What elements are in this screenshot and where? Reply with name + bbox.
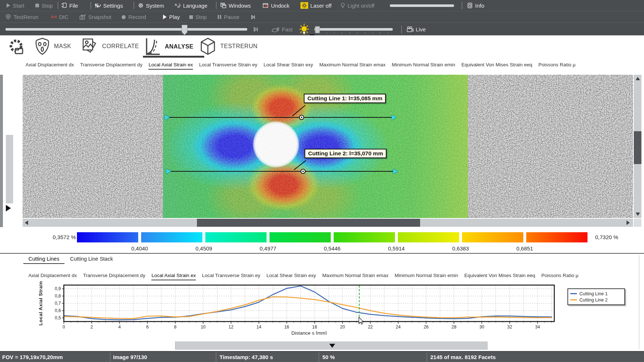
svg-text:14: 14 [256, 324, 261, 330]
file-icon [61, 3, 67, 8]
light-on-indicator[interactable] [298, 23, 310, 35]
panel-expand-arrow[interactable] [6, 205, 11, 211]
analysis-tab-local-axial-strain-ex[interactable]: Local Axial Strain ex [148, 62, 193, 70]
strain-profile-chart[interactable]: 02468101214161820222426283032340,50,60,7… [36, 279, 573, 335]
dic-button[interactable]: DIC [51, 11, 69, 23]
analysis-tab-minimum-normal-strain-emin[interactable]: Minimum Normal Strain emin [392, 62, 455, 69]
scroll-up-arrow[interactable] [636, 77, 640, 80]
cutting-line-1-label[interactable]: Cutting Line 1: l=35,085 mm [304, 94, 386, 103]
fast-toggle[interactable]: Fast [272, 24, 292, 35]
legend-item: Cutting Line 2 [570, 297, 622, 303]
svg-text:c: c [180, 4, 181, 7]
analysis-tab-local-transverse-strain-ey[interactable]: Local Transverse Strain ey [202, 273, 260, 280]
file-menu[interactable]: File [61, 0, 78, 11]
stop-icon [35, 3, 39, 8]
snapshot-button[interactable]: Snapshot [79, 11, 111, 23]
analysis-tab-axial-displacement-dx[interactable]: Axial Displacement dx [28, 273, 77, 280]
analysis-tab-maximum-normal-strain-emax[interactable]: Maximum Normal Strain emax [322, 273, 389, 280]
image-vscrollbar[interactable] [634, 75, 641, 218]
testrerun-button[interactable]: TestRerun [5, 11, 38, 23]
analysis-tab-transverse-displacement-dy[interactable]: Transverse Displacement dy [83, 273, 146, 280]
svg-text:2: 2 [90, 324, 93, 330]
analysis-tab-axial-displacement-dx[interactable]: Axial Displacement dx [26, 62, 74, 69]
analysis-tab-equivalent-von-mises-strain-eeq[interactable]: Equivalent Von Mises Strain eeq [461, 62, 532, 69]
analysis-tab-local-shear-strain-exy[interactable]: Local Shear Strain exy [267, 273, 316, 280]
image-hscrollbar[interactable] [23, 219, 633, 227]
svg-text:0: 0 [63, 324, 65, 330]
scroll-left-arrow[interactable] [25, 221, 28, 225]
svg-text:24: 24 [396, 324, 401, 330]
analysis-tab-poissons-ratio-[interactable]: Poissons Ratio µ [542, 273, 579, 280]
speed-slider[interactable] [314, 28, 393, 31]
testrerun-label: TESTRERUN [220, 43, 257, 50]
cutting-line-2-midpoint[interactable] [300, 169, 306, 174]
stop-button[interactable]: Stop [35, 0, 53, 11]
svg-text:B: B [177, 5, 179, 8]
scroll-right-arrow[interactable] [626, 221, 630, 225]
play-button[interactable]: Play [162, 11, 180, 23]
separator [90, 2, 91, 9]
tab-correlate[interactable]: CORRELATE [81, 38, 139, 55]
analysis-tab-transverse-displacement-dy[interactable]: Transverse Displacement dy [80, 62, 143, 69]
pause-button[interactable]: Pause [217, 11, 240, 23]
image-hscrollbar-thumb[interactable] [197, 219, 420, 227]
tab-testrerun[interactable]: TESTRERUN [200, 38, 257, 55]
cutting-line-1-end-handle[interactable] [392, 115, 396, 120]
tab-analyse[interactable]: ANALYSE [144, 38, 193, 56]
frame-slider[interactable] [5, 28, 247, 31]
laser-off-button[interactable]: Laser off [300, 0, 331, 11]
image-view[interactable]: Cutting Line 1: l=35,085 mm Cutting Line… [23, 75, 633, 218]
evaluation-settings-button[interactable] [7, 38, 25, 56]
svg-text:Distance s [mm]: Distance s [mm] [291, 330, 327, 335]
light-button[interactable]: Light on/off [340, 0, 375, 11]
cutting-line-2[interactable] [169, 171, 395, 172]
cutting-line-2-start-handle[interactable] [166, 169, 171, 174]
cutting-line-2-end-handle[interactable] [393, 169, 398, 174]
tab-cutting-lines[interactable]: Cutting Lines [23, 256, 65, 264]
skip-button[interactable] [251, 11, 255, 23]
tab-mask[interactable]: MASK [35, 38, 71, 55]
chart-scrollbar[interactable] [175, 342, 488, 350]
scale-segment-8 [526, 232, 587, 242]
brightness-slider[interactable] [390, 4, 454, 7]
image-vscrollbar-thumb[interactable] [634, 131, 641, 164]
svg-text:20: 20 [340, 324, 345, 330]
start-button[interactable]: Start [6, 0, 24, 11]
play-icon [162, 14, 167, 20]
undock-button[interactable]: Undock [263, 0, 290, 11]
skip-end-button[interactable] [253, 24, 258, 35]
analysis-tab-poissons-ratio-[interactable]: Poissons Ratio µ [539, 62, 576, 69]
file-label: File [69, 3, 78, 9]
cutting-line-2-label[interactable]: Cutting Line 2: l=35,070 mm [304, 149, 387, 158]
analysis-tab-local-shear-strain-exy[interactable]: Local Shear Strain exy [264, 62, 313, 69]
record-button[interactable]: Record [121, 11, 146, 23]
laser-icon [300, 2, 308, 9]
analysis-tab-local-transverse-strain-ey[interactable]: Local Transverse Strain ey [199, 62, 257, 69]
analysis-tab-equivalent-von-mises-strain-eeq[interactable]: Equivalent Von Mises Strain eeq [464, 273, 535, 280]
left-mini-scrollbar[interactable] [6, 135, 13, 203]
light-label: Light on/off [348, 3, 375, 9]
info-menu[interactable]: ? Info [467, 0, 484, 11]
language-label: Language [183, 3, 207, 9]
chart-scroll-marker[interactable] [329, 344, 335, 348]
cutting-line-1-midpoint[interactable] [299, 115, 304, 120]
windows-menu[interactable]: Windows [220, 0, 251, 11]
fast-label: Fast [282, 26, 292, 32]
svg-text:32: 32 [507, 324, 512, 330]
system-menu[interactable]: System [138, 0, 164, 11]
playback-stop-label: Stop [195, 14, 207, 20]
playback-stop-button[interactable]: Stop [189, 11, 207, 23]
frame-slider-thumb[interactable] [182, 25, 187, 35]
scroll-down-arrow[interactable] [636, 213, 640, 216]
analysis-tab-minimum-normal-strain-emin[interactable]: Minimum Normal Strain emin [395, 273, 458, 280]
analysis-tab-maximum-normal-strain-emax[interactable]: Maximum Normal Strain emax [319, 62, 386, 69]
record-label: Record [128, 14, 146, 20]
cutting-line-1[interactable] [168, 117, 394, 118]
settings-menu[interactable]: Settings [95, 0, 123, 11]
svg-text:A: A [175, 3, 177, 7]
rabbit-icon [272, 26, 280, 32]
language-menu[interactable]: ABc Language [174, 0, 207, 11]
tab-cutting-line-stack[interactable]: Cutting Line Stack [70, 256, 113, 262]
cutting-line-1-start-handle[interactable] [165, 115, 170, 120]
live-button[interactable]: Live [407, 24, 426, 35]
